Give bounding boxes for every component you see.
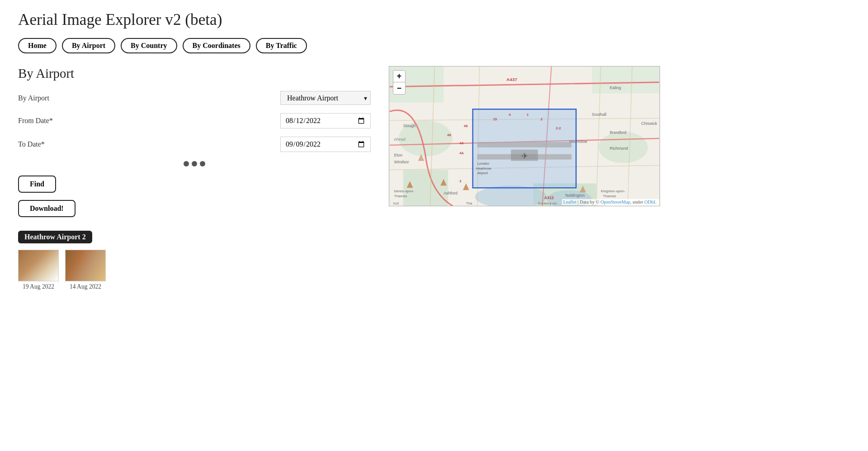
results-section: Heathrow Airport 2 19 Aug 2022 14 Aug 20… <box>18 231 371 290</box>
svg-text:Southall: Southall <box>592 112 606 117</box>
thumbnail-image-1[interactable] <box>18 250 59 281</box>
nav-home[interactable]: Home <box>18 38 57 53</box>
loading-dots <box>18 161 371 166</box>
svg-text:A437: A437 <box>506 77 517 82</box>
svg-text:Thames: Thames <box>394 194 407 198</box>
to-date-input[interactable] <box>280 137 371 152</box>
from-date-wrapper <box>280 113 371 128</box>
svg-text:Sunbury-on-: Sunbury-on- <box>538 201 558 205</box>
thumbnail-item-1: 19 Aug 2022 <box>18 250 59 290</box>
section-title: By Airport <box>18 66 371 81</box>
svg-text:2·2: 2·2 <box>556 126 561 130</box>
main-content: By Airport By Airport Heathrow Airport F… <box>18 66 850 290</box>
attribution-text: | Data by © <box>578 199 600 204</box>
thumbnail-date-2: 14 Aug 2022 <box>70 283 101 290</box>
svg-text:Ashford: Ashford <box>443 191 458 195</box>
svg-text:Heathrow: Heathrow <box>476 166 492 171</box>
svg-text:ehead: ehead <box>394 137 406 142</box>
airport-select-wrapper: Heathrow Airport <box>280 91 371 105</box>
from-date-row: From Date* <box>18 113 371 128</box>
svg-text:Thames: Thames <box>603 194 616 198</box>
svg-rect-2 <box>592 66 659 94</box>
left-panel: By Airport By Airport Heathrow Airport F… <box>18 66 371 290</box>
svg-text:15: 15 <box>493 117 497 121</box>
svg-text:A312: A312 <box>544 195 554 200</box>
thumbnails-row: 19 Aug 2022 14 Aug 2022 <box>18 250 371 290</box>
from-date-label: From Date* <box>18 117 108 125</box>
thumbnail-image-2[interactable] <box>65 250 106 281</box>
download-button[interactable]: Download! <box>18 200 75 217</box>
svg-text:48: 48 <box>464 124 468 128</box>
thumbnail-date-1: 19 Aug 2022 <box>23 283 54 290</box>
osm-link[interactable]: OpenStreetMap <box>600 199 630 204</box>
nav-by-airport[interactable]: By Airport <box>62 38 115 53</box>
thumbnail-item-2: 14 Aug 2022 <box>65 250 106 290</box>
map-container[interactable]: A437 A312 <box>389 66 660 206</box>
dot-3 <box>200 161 205 166</box>
svg-rect-20 <box>473 109 576 188</box>
map-attribution: Leaflet | Data by © OpenStreetMap, under… <box>562 199 658 205</box>
dot-2 <box>192 161 197 166</box>
odbl-link[interactable]: ODbL <box>644 199 656 204</box>
to-date-label: To Date* <box>18 140 108 148</box>
svg-text:2: 2 <box>541 117 543 121</box>
airport-row: By Airport Heathrow Airport <box>18 91 371 105</box>
svg-text:Teddington: Teddington <box>565 193 585 198</box>
to-date-wrapper <box>280 137 371 152</box>
form-section: By Airport By Airport Heathrow Airport F… <box>18 66 371 166</box>
svg-text:4A: 4A <box>459 141 464 145</box>
airport-select[interactable]: Heathrow Airport <box>280 91 371 105</box>
airport-label: By Airport <box>18 94 108 102</box>
svg-text:3: 3 <box>459 179 462 183</box>
map-controls: + − <box>393 70 406 95</box>
to-date-row: To Date* <box>18 137 371 152</box>
nav-by-country[interactable]: By Country <box>121 38 177 53</box>
svg-text:Tha: Tha <box>466 201 472 205</box>
svg-text:4A: 4A <box>459 151 464 155</box>
zoom-in-button[interactable]: + <box>393 71 405 82</box>
svg-text:taines-upon-: taines-upon- <box>394 189 414 193</box>
svg-text:48: 48 <box>447 133 451 137</box>
svg-text:Eton: Eton <box>394 153 402 157</box>
svg-rect-22 <box>477 142 572 147</box>
svg-text:Richmond: Richmond <box>610 146 628 151</box>
svg-text:Brentford: Brentford <box>610 130 627 135</box>
leaflet-link[interactable]: Leaflet <box>563 199 576 204</box>
svg-text:1: 1 <box>527 113 529 117</box>
svg-text:✈: ✈ <box>521 152 528 161</box>
svg-text:Kingston-upon-: Kingston-upon- <box>601 189 625 193</box>
svg-text:Slough: Slough <box>403 123 416 128</box>
svg-text:Windsor: Windsor <box>394 160 409 164</box>
svg-text:London: London <box>477 161 490 166</box>
zoom-out-button[interactable]: − <box>393 82 405 94</box>
svg-text:Ealing: Ealing <box>610 85 621 90</box>
svg-text:4: 4 <box>509 113 511 117</box>
svg-text:Chiswick: Chiswick <box>641 121 657 126</box>
from-date-input[interactable] <box>280 113 371 128</box>
results-badge: Heathrow Airport 2 <box>18 231 92 243</box>
action-buttons: Find Download! <box>18 176 371 217</box>
page-title: Aerial Image Explorer v2 (beta) <box>18 11 850 29</box>
nav-by-traffic[interactable]: By Traffic <box>256 38 307 53</box>
map-svg: A437 A312 <box>389 66 660 206</box>
dot-1 <box>184 161 189 166</box>
svg-text:icot: icot <box>393 201 399 205</box>
find-button[interactable]: Find <box>18 176 56 193</box>
nav-buttons: Home By Airport By Country By Coordinate… <box>18 38 850 53</box>
map-panel: A437 A312 <box>389 66 850 206</box>
svg-text:Hounslow: Hounslow <box>569 139 587 144</box>
svg-text:Airport: Airport <box>477 171 488 175</box>
nav-by-coordinates[interactable]: By Coordinates <box>183 38 250 53</box>
